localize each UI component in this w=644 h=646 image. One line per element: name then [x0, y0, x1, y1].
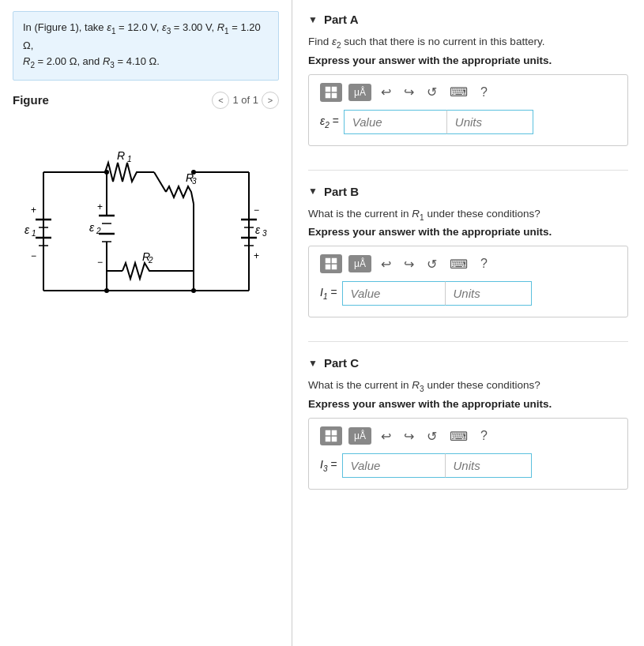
part-b-fields: I1 =	[320, 281, 616, 306]
part-b-value-input[interactable]	[342, 281, 445, 306]
part-b-help-btn[interactable]: ?	[477, 255, 491, 272]
svg-text:R: R	[116, 149, 124, 162]
problem-statement: In (Figure 1), take ε1 = 12.0 V, ε3 = 3.…	[13, 11, 279, 81]
svg-rect-64	[332, 430, 337, 435]
svg-rect-60	[332, 258, 337, 263]
part-c-section: ▼ Part C What is the current in R3 under…	[308, 356, 628, 490]
part-b-section: ▼ Part B What is the current in R1 under…	[308, 185, 628, 318]
part-a-instruction: Express your answer with the appropriate…	[308, 54, 628, 66]
part-a-section: ▼ Part A Find ε2 such that there is no c…	[308, 13, 628, 146]
part-c-fields: I3 =	[320, 453, 616, 478]
part-c-undo-btn[interactable]: ↩	[378, 427, 394, 445]
svg-point-51	[104, 170, 109, 175]
svg-point-54	[191, 288, 196, 293]
svg-text:2: 2	[96, 227, 101, 235]
part-a-refresh-btn[interactable]: ↺	[424, 83, 440, 101]
part-b-toolbar: μÅ ↩ ↪ ↺ ⌨ ?	[320, 254, 616, 273]
part-c-units-input[interactable]	[445, 453, 532, 478]
svg-text:1: 1	[127, 155, 132, 163]
svg-text:ε: ε	[24, 223, 30, 236]
svg-text:+: +	[31, 205, 36, 216]
figure-nav-next[interactable]: >	[262, 92, 279, 109]
part-b-question: What is the current in R1 under these co…	[308, 208, 628, 222]
part-b-field-label: I1 =	[320, 286, 337, 301]
figure-page: 1 of 1	[232, 94, 258, 106]
part-a-answer-box: μÅ ↩ ↪ ↺ ⌨ ? ε2 =	[308, 74, 628, 146]
part-c-question: What is the current in R3 under these co…	[308, 379, 628, 393]
svg-rect-62	[332, 265, 337, 269]
part-a-units-input[interactable]	[446, 110, 533, 134]
figure-header: Figure < 1 of 1 >	[13, 92, 279, 109]
part-c-field-label: I3 =	[320, 458, 337, 473]
part-c-instruction: Express your answer with the appropriate…	[308, 398, 628, 410]
part-a-question: Find ε2 such that there is no current in…	[308, 36, 628, 50]
part-c-label: Part C	[324, 356, 359, 370]
svg-text:ε: ε	[89, 221, 95, 234]
part-b-matrix-btn[interactable]	[320, 254, 342, 273]
svg-text:+: +	[254, 250, 259, 261]
part-b-answer-box: μÅ ↩ ↪ ↺ ⌨ ? I1 =	[308, 246, 628, 317]
part-c-answer-box: μÅ ↩ ↪ ↺ ⌨ ? I3 =	[308, 418, 628, 490]
svg-text:2: 2	[148, 256, 153, 265]
part-a-unit-btn[interactable]: μÅ	[348, 84, 371, 101]
svg-rect-57	[326, 93, 330, 98]
svg-rect-63	[326, 430, 330, 435]
svg-rect-55	[326, 87, 330, 92]
part-c-value-input[interactable]	[342, 453, 445, 478]
right-panel: ▼ Part A Find ε2 such that there is no c…	[292, 0, 644, 646]
part-a-field-label: ε2 =	[320, 115, 339, 130]
part-a-matrix-btn[interactable]	[320, 83, 342, 102]
svg-text:1: 1	[32, 229, 36, 238]
part-c-unit-btn[interactable]: μÅ	[348, 427, 371, 445]
part-a-help-btn[interactable]: ?	[477, 84, 491, 101]
svg-text:−: −	[31, 250, 36, 261]
svg-text:3: 3	[192, 177, 197, 186]
part-a-label: Part A	[324, 13, 359, 26]
svg-rect-61	[326, 265, 330, 269]
svg-point-52	[104, 288, 109, 293]
circuit-diagram: R 1 ε 2 + −	[13, 117, 279, 346]
part-b-undo-btn[interactable]: ↩	[378, 255, 394, 273]
svg-text:3: 3	[262, 229, 267, 238]
part-c-header[interactable]: ▼ Part C	[308, 356, 628, 370]
part-c-matrix-btn[interactable]	[320, 426, 342, 445]
svg-text:−: −	[97, 257, 103, 268]
part-b-units-input[interactable]	[445, 281, 532, 306]
part-c-arrow: ▼	[308, 358, 318, 369]
part-b-refresh-btn[interactable]: ↺	[424, 255, 440, 273]
part-c-keyboard-btn[interactable]: ⌨	[446, 427, 471, 445]
part-a-arrow: ▼	[308, 14, 318, 25]
part-b-arrow: ▼	[308, 186, 318, 197]
part-a-toolbar: μÅ ↩ ↪ ↺ ⌨ ?	[320, 83, 616, 102]
svg-text:−: −	[254, 205, 259, 216]
svg-rect-59	[326, 258, 330, 263]
svg-line-19	[154, 172, 166, 192]
part-a-value-input[interactable]	[344, 110, 446, 134]
svg-text:+: +	[97, 201, 103, 212]
part-c-toolbar: μÅ ↩ ↪ ↺ ⌨ ?	[320, 426, 616, 445]
part-c-redo-btn[interactable]: ↪	[401, 427, 417, 445]
part-b-keyboard-btn[interactable]: ⌨	[446, 255, 471, 273]
svg-text:ε: ε	[255, 223, 261, 236]
part-a-keyboard-btn[interactable]: ⌨	[446, 83, 471, 101]
svg-rect-65	[326, 437, 330, 441]
figure-nav-prev[interactable]: <	[212, 92, 229, 109]
left-panel: In (Figure 1), take ε1 = 12.0 V, ε3 = 3.…	[0, 0, 292, 646]
svg-rect-66	[332, 437, 337, 441]
svg-rect-58	[332, 93, 337, 98]
figure-nav: < 1 of 1 >	[212, 92, 279, 109]
part-b-unit-btn[interactable]: μÅ	[348, 255, 371, 272]
part-a-header[interactable]: ▼ Part A	[308, 13, 628, 26]
part-a-redo-btn[interactable]: ↪	[401, 83, 417, 101]
figure-title: Figure	[13, 93, 49, 107]
part-c-refresh-btn[interactable]: ↺	[424, 427, 440, 445]
part-b-header[interactable]: ▼ Part B	[308, 185, 628, 198]
part-b-instruction: Express your answer with the appropriate…	[308, 226, 628, 238]
part-b-redo-btn[interactable]: ↪	[401, 255, 417, 273]
svg-point-53	[191, 170, 196, 175]
part-a-undo-btn[interactable]: ↩	[378, 83, 394, 101]
part-a-fields: ε2 =	[320, 110, 616, 134]
svg-rect-56	[332, 87, 337, 92]
part-b-label: Part B	[324, 185, 359, 198]
part-c-help-btn[interactable]: ?	[477, 427, 491, 445]
